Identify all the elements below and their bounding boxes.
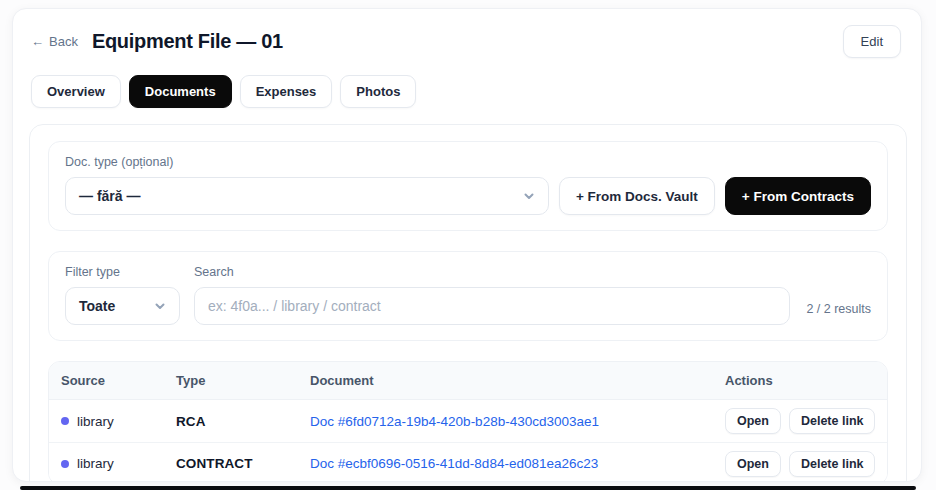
edit-button[interactable]: Edit <box>843 25 901 58</box>
search-input[interactable] <box>194 287 790 325</box>
source-value: library <box>77 414 114 429</box>
doc-type-card: Doc. type (opțional) — fără — + From Doc… <box>48 141 888 231</box>
type-cell: CONTRACT <box>176 456 310 471</box>
source-cell: library <box>61 456 176 471</box>
window-bottom-edge <box>20 486 916 490</box>
source-cell: library <box>61 414 176 429</box>
from-docs-vault-button[interactable]: + From Docs. Vault <box>559 177 715 215</box>
delete-link-button[interactable]: Delete link <box>789 451 876 477</box>
type-cell: RCA <box>176 414 310 429</box>
equipment-file-window: ← Back Equipment File — 01 Edit Overview… <box>12 8 922 482</box>
tab-overview[interactable]: Overview <box>31 75 121 108</box>
column-header-type: Type <box>176 373 310 388</box>
delete-link-button[interactable]: Delete link <box>789 408 876 434</box>
column-header-source: Source <box>61 373 176 388</box>
table-row: library CONTRACT Doc #ecbf0696-0516-41dd… <box>49 442 887 482</box>
source-dot-icon <box>61 460 69 468</box>
open-button[interactable]: Open <box>725 451 781 477</box>
filter-card: Filter type Toate Search 2 / 2 results <box>48 251 888 341</box>
tab-documents[interactable]: Documents <box>129 75 232 108</box>
from-contracts-button[interactable]: + From Contracts <box>725 177 871 215</box>
tab-bar: Overview Documents Expenses Photos <box>13 75 921 108</box>
document-link[interactable]: Doc #6fd0712a-19b4-420b-b28b-430cd3003ae… <box>310 414 599 429</box>
column-header-document: Document <box>310 373 725 388</box>
back-arrow-icon: ← <box>31 34 44 49</box>
documents-table: Source Type Document Actions library RCA… <box>48 361 888 482</box>
filter-type-select[interactable]: Toate <box>65 287 180 325</box>
chevron-down-icon <box>523 190 535 202</box>
table-header-row: Source Type Document Actions <box>49 362 887 400</box>
doc-type-select[interactable]: — fără — <box>65 177 549 215</box>
search-label: Search <box>194 265 790 279</box>
source-dot-icon <box>61 417 69 425</box>
doc-type-label: Doc. type (opțional) <box>65 155 871 169</box>
results-count: 2 / 2 results <box>806 302 871 325</box>
filter-type-label: Filter type <box>65 265 180 279</box>
chevron-down-icon <box>154 300 166 312</box>
table-row: library RCA Doc #6fd0712a-19b4-420b-b28b… <box>49 400 887 442</box>
column-header-actions: Actions <box>725 373 875 388</box>
actions-cell: Open Delete link <box>725 451 875 477</box>
tab-expenses[interactable]: Expenses <box>240 75 333 108</box>
back-link[interactable]: ← Back <box>31 34 78 49</box>
page-header: ← Back Equipment File — 01 Edit <box>13 9 921 58</box>
open-button[interactable]: Open <box>725 408 781 434</box>
source-value: library <box>77 456 114 471</box>
back-link-label: Back <box>49 34 78 49</box>
document-link[interactable]: Doc #ecbf0696-0516-41dd-8d84-ed081ea26c2… <box>310 456 598 471</box>
documents-panel: Doc. type (opțional) — fără — + From Doc… <box>29 124 907 482</box>
filter-type-select-value: Toate <box>79 298 115 314</box>
tab-photos[interactable]: Photos <box>340 75 416 108</box>
page-title: Equipment File — 01 <box>92 30 283 53</box>
doc-type-select-value: — fără — <box>79 188 140 204</box>
actions-cell: Open Delete link <box>725 408 875 434</box>
